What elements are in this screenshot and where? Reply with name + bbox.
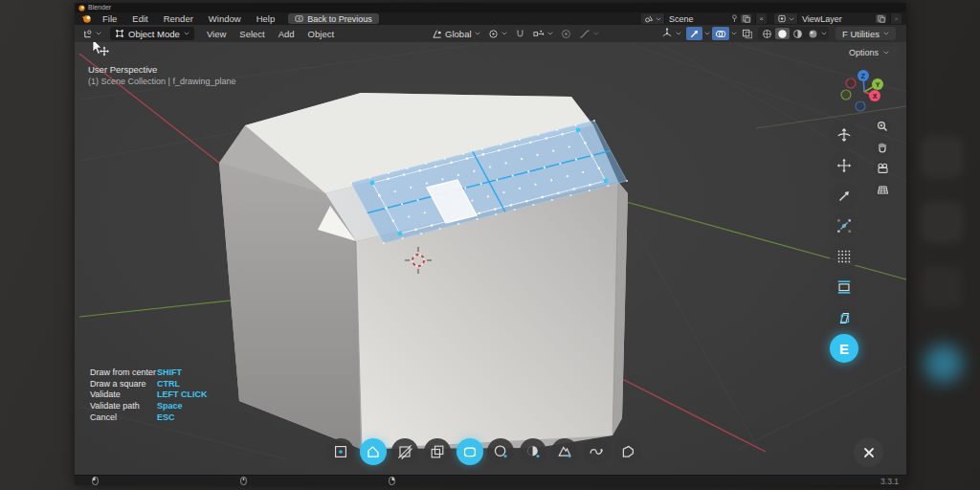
polygon-draw-tool[interactable] (360, 438, 387, 465)
rounded-box-tool[interactable] (457, 438, 483, 465)
remove-viewlayer-button[interactable]: × (890, 13, 902, 24)
dot-grid-button[interactable] (830, 242, 858, 271)
blender-version: 3.3.1 (880, 477, 899, 486)
scene-icon (644, 14, 654, 23)
new-scene-button[interactable] (741, 14, 751, 23)
chevron-down-icon (593, 32, 599, 35)
chevron-down-icon[interactable] (704, 32, 710, 35)
scene-type-button[interactable] (641, 13, 664, 24)
viewlayer-name-field[interactable]: ViewLayer (797, 13, 890, 24)
mouse-middle-icon (240, 477, 247, 485)
viewport-3d[interactable]: Z Y X User Perspective (1) Scene Collect… (75, 42, 906, 475)
editor-type-button[interactable] (79, 27, 104, 40)
viewlayer-type-button[interactable] (774, 13, 797, 24)
view-perspective-label: User Perspective (88, 64, 157, 75)
snap-target-dropdown[interactable] (530, 27, 556, 40)
chevron-down-icon (789, 17, 794, 21)
gizmo-axis-neg-z[interactable] (856, 101, 865, 111)
shape-outline-tool[interactable] (614, 438, 641, 465)
chevron-down-icon[interactable] (821, 32, 827, 35)
viewport-editor-icon (82, 29, 93, 39)
menu-render[interactable]: Render (156, 12, 201, 25)
snap-toggle[interactable] (512, 27, 528, 40)
triangle-add-tool[interactable] (551, 438, 578, 465)
f-utilities-label: F Utilities (842, 29, 880, 39)
circle-add-tool[interactable] (487, 438, 514, 465)
chevron-down-icon (883, 32, 889, 35)
overlays-toggle[interactable] (712, 27, 729, 40)
menu-object[interactable]: Object (301, 29, 341, 39)
chevron-down-icon (676, 32, 681, 35)
hint-action: Draw a square (90, 379, 157, 389)
proportional-edit-toggle[interactable] (558, 27, 574, 40)
plane-draw-button[interactable] (830, 303, 858, 332)
hint-key: ESC (157, 412, 175, 422)
menu-add[interactable]: Add (272, 29, 301, 39)
menu-select[interactable]: Select (233, 29, 271, 39)
scale-tool-button[interactable] (830, 182, 858, 211)
gizmo-visibility-icon (661, 28, 673, 39)
chevron-down-icon[interactable] (731, 32, 737, 35)
gizmo-y-label: Y (876, 81, 880, 88)
blender-logo-icon[interactable] (81, 13, 93, 24)
slice-tool[interactable] (391, 438, 418, 465)
fluent-logo-glyph: E (839, 341, 849, 357)
menu-edit[interactable]: Edit (124, 12, 155, 25)
orbit-tool-button[interactable] (830, 121, 858, 149)
chevron-down-icon (547, 32, 553, 35)
hint-key: LEFT CLICK (157, 390, 208, 399)
back-to-previous-button[interactable]: Back to Previous (288, 13, 379, 24)
blender-logo-icon (78, 5, 85, 11)
gizmos-dropdown[interactable] (658, 27, 684, 40)
shading-wireframe-button[interactable] (760, 28, 774, 39)
backdrop-blob (921, 136, 963, 178)
pan-hand-icon[interactable] (874, 139, 891, 156)
copy-icon (743, 15, 750, 23)
camera-view-icon[interactable] (874, 160, 891, 177)
new-viewlayer-button[interactable] (876, 14, 886, 23)
move-tool-button[interactable] (830, 151, 858, 180)
rendered-sphere-icon (808, 29, 818, 39)
pivot-point-dropdown[interactable] (485, 27, 510, 40)
snap-increment-icon (533, 29, 545, 39)
chevron-down-icon (883, 51, 889, 55)
gizmo-axis-neg-x[interactable] (846, 78, 856, 88)
toggle-ortho-icon[interactable] (874, 181, 891, 198)
transform-orientation-dropdown[interactable]: Global (429, 27, 482, 40)
hint-key: CTRL (157, 379, 180, 389)
menu-window[interactable]: Window (201, 12, 249, 25)
gizmo-axis-neg-y[interactable] (841, 90, 851, 100)
shading-rendered-button[interactable] (806, 28, 820, 39)
shading-solid-button[interactable] (775, 28, 790, 39)
close-tool-button[interactable] (854, 437, 883, 467)
zoom-icon[interactable] (874, 118, 891, 135)
chevron-down-icon (501, 32, 507, 35)
options-dropdown[interactable]: Options (841, 46, 897, 58)
hint-key: Space (157, 401, 183, 411)
back-to-previous-label: Back to Previous (307, 14, 372, 24)
xray-toggle[interactable] (739, 27, 756, 40)
rect-plus-tool[interactable] (327, 438, 354, 465)
unlink-scene-button[interactable]: × (755, 13, 767, 24)
corner-boolean-tool[interactable] (424, 438, 451, 465)
snap-increment-button[interactable] (830, 212, 858, 240)
viewlayer-name: ViewLayer (802, 14, 842, 24)
f-utilities-dropdown[interactable]: F Utilities (835, 27, 896, 40)
scene-name-field[interactable]: Scene (664, 13, 755, 24)
face-extrude-button[interactable] (830, 273, 858, 301)
viewlayer-selector: ViewLayer × (774, 13, 902, 24)
mode-dropdown[interactable]: Object Mode (110, 27, 194, 40)
menu-view[interactable]: View (200, 29, 233, 39)
fluent-dart-toggle[interactable] (686, 27, 702, 40)
fluent-logo-button[interactable]: E (830, 334, 858, 363)
falloff-dropdown[interactable] (576, 27, 602, 40)
curve-sketch-tool[interactable] (583, 438, 610, 465)
shading-material-button[interactable] (791, 28, 805, 39)
sphere-add-tool[interactable] (520, 438, 546, 465)
pin-icon[interactable] (731, 14, 738, 23)
scene-selector: Scene × (641, 13, 767, 24)
menu-help[interactable]: Help (249, 12, 283, 25)
navigation-gizmo[interactable]: Z Y X (841, 70, 883, 111)
menu-file[interactable]: File (95, 12, 124, 25)
overlays-icon (715, 29, 726, 39)
